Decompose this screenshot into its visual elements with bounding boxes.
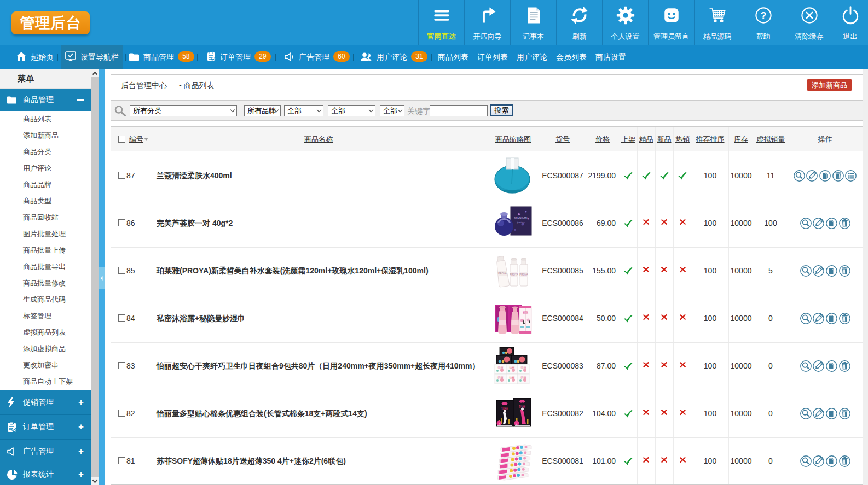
svg-text:PROYA: PROYA bbox=[510, 273, 518, 276]
svg-text:fantasy: fantasy bbox=[517, 221, 525, 224]
svg-text:PROYA: PROYA bbox=[519, 273, 528, 276]
svg-text:7: 7 bbox=[498, 422, 500, 425]
svg-text:7: 7 bbox=[516, 422, 517, 425]
svg-text:?: ? bbox=[760, 10, 766, 21]
svg-text:秘隐: 秘隐 bbox=[523, 311, 528, 314]
svg-text:PROYA: PROYA bbox=[498, 272, 506, 275]
svg-text:MIDNIGHT: MIDNIGHT bbox=[514, 216, 528, 219]
